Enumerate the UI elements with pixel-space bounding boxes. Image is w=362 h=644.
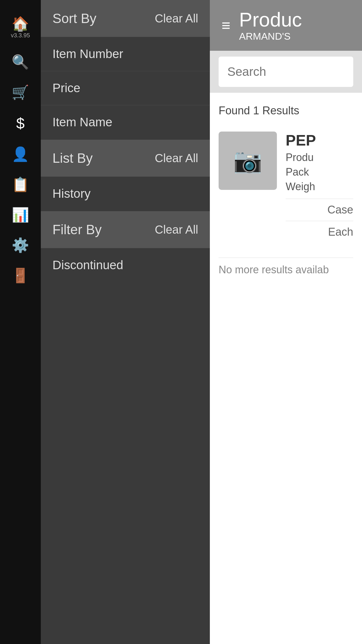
clipboard-icon: 📋 bbox=[12, 178, 29, 192]
sort-item-name[interactable]: Item Name bbox=[41, 105, 210, 139]
nav-account[interactable]: 👤 bbox=[0, 139, 41, 169]
results-count: Found 1 Results bbox=[219, 104, 353, 117]
header-title-block: Produc ARMAND'S bbox=[239, 9, 302, 42]
filter-by-title: Filter By bbox=[52, 222, 102, 237]
sort-by-clear-all[interactable]: Clear All bbox=[155, 12, 198, 25]
nav-reports[interactable]: 📊 bbox=[0, 200, 41, 230]
left-nav: 🏠 v3.3.95 🔍 🛒 $ 👤 📋 📊 ⚙️ 🚪 bbox=[0, 0, 41, 644]
filter-by-header: Filter By Clear All bbox=[41, 211, 210, 248]
chart-icon: 📊 bbox=[12, 208, 29, 222]
product-detail-1: Produ bbox=[286, 151, 353, 164]
main-header: ≡ Produc ARMAND'S bbox=[210, 0, 362, 51]
header-subtitle: ARMAND'S bbox=[239, 31, 302, 42]
list-by-header: List By Clear All bbox=[41, 140, 210, 176]
nav-home[interactable]: 🏠 v3.3.95 bbox=[0, 9, 41, 47]
case-label: Case bbox=[327, 204, 353, 216]
nav-cart[interactable]: 🛒 bbox=[0, 77, 41, 108]
camera-icon: 📷 bbox=[233, 147, 262, 174]
search-icon: 🔍 bbox=[12, 55, 29, 69]
results-area: Found 1 Results 📷 PEP Produ Pack Weigh C… bbox=[210, 93, 362, 644]
product-info: PEP Produ Pack Weigh Case Each bbox=[286, 132, 353, 243]
sort-price[interactable]: Price bbox=[41, 71, 210, 105]
case-price-row: Case bbox=[286, 199, 353, 221]
each-price-row: Each bbox=[286, 221, 353, 243]
gear-icon: ⚙️ bbox=[12, 238, 29, 252]
cart-icon: 🛒 bbox=[12, 85, 29, 99]
sort-by-title: Sort By bbox=[52, 10, 96, 26]
nav-settings[interactable]: ⚙️ bbox=[0, 230, 41, 260]
list-history[interactable]: History bbox=[41, 176, 210, 211]
each-label: Each bbox=[328, 226, 353, 238]
product-image: 📷 bbox=[219, 132, 277, 190]
nav-clipboard[interactable]: 📋 bbox=[0, 169, 41, 200]
dollar-icon: $ bbox=[16, 116, 25, 131]
logout-icon: 🚪 bbox=[12, 269, 29, 283]
header-title: Produc bbox=[239, 9, 302, 31]
list-by-clear-all[interactable]: Clear All bbox=[155, 152, 198, 165]
main-content: ≡ Produc ARMAND'S Found 1 Results 📷 PEP … bbox=[210, 0, 362, 644]
list-by-title: List By bbox=[52, 150, 93, 166]
product-card[interactable]: 📷 PEP Produ Pack Weigh Case Each bbox=[219, 126, 353, 249]
sort-item-number[interactable]: Item Number bbox=[41, 37, 210, 71]
product-pricing: Case Each bbox=[286, 199, 353, 243]
no-more-results: No more results availab bbox=[219, 258, 353, 276]
search-input[interactable] bbox=[219, 57, 353, 87]
filter-panel: Sort By Clear All Item Number Price Item… bbox=[41, 0, 210, 644]
filter-by-clear-all[interactable]: Clear All bbox=[155, 223, 198, 236]
nav-pricing[interactable]: $ bbox=[0, 108, 41, 139]
nav-search[interactable]: 🔍 bbox=[0, 47, 41, 77]
nav-logout[interactable]: 🚪 bbox=[0, 260, 41, 291]
product-name: PEP bbox=[286, 132, 353, 149]
app-version: v3.3.95 bbox=[11, 32, 30, 39]
person-icon: 👤 bbox=[12, 147, 29, 161]
product-detail-2: Pack bbox=[286, 166, 353, 178]
search-bar-wrapper bbox=[210, 51, 362, 93]
filter-discontinued[interactable]: Discontinued bbox=[41, 248, 210, 282]
hamburger-icon[interactable]: ≡ bbox=[222, 17, 230, 34]
product-detail-3: Weigh bbox=[286, 181, 353, 193]
sort-by-header: Sort By Clear All bbox=[41, 0, 210, 37]
home-icon: 🏠 bbox=[12, 17, 29, 31]
